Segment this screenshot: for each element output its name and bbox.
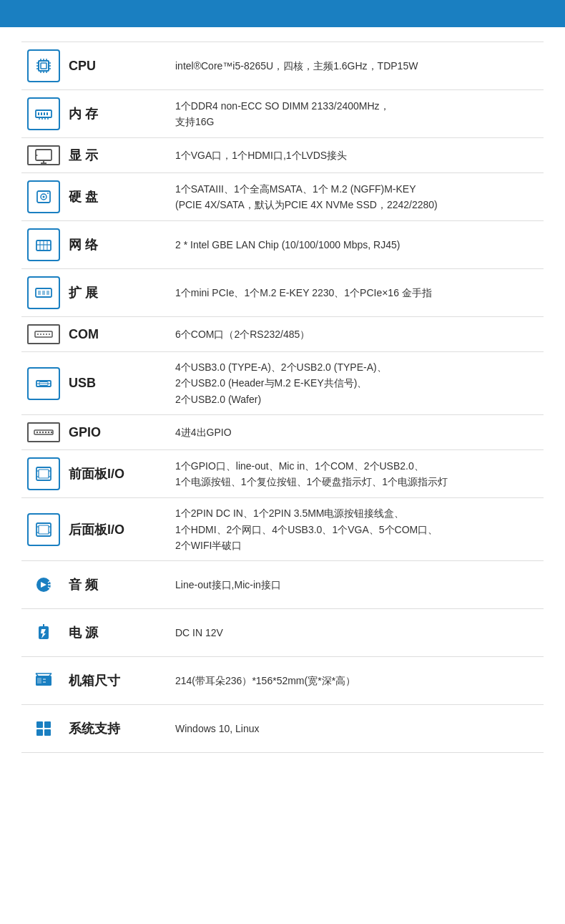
svg-point-41 — [37, 334, 39, 335]
svg-rect-63 — [39, 525, 49, 534]
table-row: 后面板I/O1个2PIN DC IN、1个2PIN 3.5MM电源按钮接线盒、 … — [21, 498, 544, 561]
svg-rect-83 — [36, 721, 43, 728]
icon-label-network: 网 络 — [21, 221, 168, 269]
svg-rect-80 — [37, 678, 41, 684]
icon-label-cpu: CPU — [21, 42, 168, 90]
table-row: 扩 展1个mini PCIe、1个M.2 E-KEY 2230、1个PCIe×1… — [21, 269, 544, 317]
header — [0, 0, 565, 27]
memory-icon — [27, 97, 60, 130]
svg-point-50 — [36, 432, 38, 433]
svg-point-30 — [47, 193, 49, 194]
value-com: 6个COM口（2个RS232/485） — [168, 317, 544, 352]
table-row: 网 络2 * Intel GBE LAN Chip (10/100/1000 M… — [21, 221, 544, 269]
label-usb: USB — [66, 376, 96, 391]
svg-point-45 — [49, 334, 50, 335]
icon-label-rear_panel: 后面板I/O — [21, 498, 168, 561]
svg-point-53 — [45, 432, 46, 433]
value-expand: 1个mini PCIe、1个M.2 E-KEY 2230、1个PCIe×16 金… — [168, 269, 544, 317]
icon-label-memory: 内 存 — [21, 90, 168, 138]
svg-rect-16 — [41, 112, 42, 115]
svg-rect-15 — [38, 112, 39, 115]
value-audio: Line-out接口,Mic-in接口 — [168, 561, 544, 609]
icon-label-display: 显 示 — [21, 138, 168, 173]
value-cpu: intel®Core™i5-8265U，四核，主频1.6GHz，TDP15W — [168, 42, 544, 90]
label-cpu: CPU — [66, 59, 96, 74]
svg-point-26 — [36, 155, 38, 156]
value-usb: 4个USB3.0 (TYPE-A)、2个USB2.0 (TYPE-A)、 2个U… — [168, 352, 544, 415]
table-row: USB4个USB3.0 (TYPE-A)、2个USB2.0 (TYPE-A)、 … — [21, 352, 544, 415]
svg-point-55 — [51, 432, 52, 433]
svg-rect-82 — [43, 681, 46, 683]
svg-rect-86 — [44, 729, 51, 736]
svg-rect-81 — [43, 679, 46, 680]
value-rear_panel: 1个2PIN DC IN、1个2PIN 3.5MM电源按钮接线盒、 1个HDMI… — [168, 498, 544, 561]
svg-rect-85 — [36, 729, 43, 736]
table-row: 硬 盘1个SATAIII、1个全高MSATA、1个 M.2 (NGFF)M-KE… — [21, 173, 544, 221]
icon-label-com: COM — [21, 317, 168, 352]
icon-label-hdd: 硬 盘 — [21, 173, 168, 221]
cpu-icon — [27, 49, 60, 82]
table-row: GPIO4进4出GPIO — [21, 415, 544, 450]
value-power: DC IN 12V — [168, 609, 544, 657]
panel-icon — [27, 457, 60, 490]
svg-point-43 — [43, 334, 44, 335]
gpio-icon — [27, 422, 60, 442]
power-icon — [27, 616, 60, 649]
svg-point-42 — [40, 334, 41, 335]
label-audio: 音 频 — [66, 576, 98, 593]
svg-rect-37 — [38, 291, 41, 295]
table-row: 机箱尺寸214(带耳朵236）*156*52mm(宽*深*高） — [21, 657, 544, 705]
label-expand: 扩 展 — [66, 284, 98, 301]
svg-rect-38 — [42, 291, 45, 295]
icon-label-gpio: GPIO — [21, 415, 168, 450]
windows-icon — [27, 712, 60, 745]
icon-label-os: 系统支持 — [21, 705, 168, 753]
hdd-icon — [27, 180, 60, 213]
table-row: 前面板I/O1个GPIO口、line-out、Mic in、1个COM、2个US… — [21, 450, 544, 498]
svg-point-54 — [48, 432, 49, 433]
value-os: Windows 10, Linux — [168, 705, 544, 753]
chassis-icon — [27, 664, 60, 697]
table-row: 内 存1个DDR4 non-ECC SO DIMM 2133/2400MHz， … — [21, 90, 544, 138]
com-icon — [27, 324, 60, 344]
label-network: 网 络 — [66, 236, 98, 253]
svg-rect-84 — [44, 721, 51, 728]
table-row: 系统支持Windows 10, Linux — [21, 705, 544, 753]
value-memory: 1个DDR4 non-ECC SO DIMM 2133/2400MHz， 支持1… — [168, 90, 544, 138]
value-gpio: 4进4出GPIO — [168, 415, 544, 450]
audio-icon — [27, 568, 60, 601]
label-front_panel: 前面板I/O — [66, 465, 124, 482]
table-row: 显 示1个VGA口，1个HDMI口,1个LVDS接头 — [21, 138, 544, 173]
value-chassis: 214(带耳朵236）*156*52mm(宽*深*高） — [168, 657, 544, 705]
usb-icon — [27, 367, 60, 400]
panel-icon — [27, 513, 60, 546]
display-icon — [27, 145, 60, 165]
specs-table-wrapper: CPUintel®Core™i5-8265U，四核，主频1.6GHz，TDP15… — [0, 27, 565, 767]
value-hdd: 1个SATAIII、1个全高MSATA、1个 M.2 (NGFF)M-KEY (… — [168, 173, 544, 221]
svg-rect-17 — [44, 112, 45, 115]
label-memory: 内 存 — [66, 105, 98, 122]
icon-label-front_panel: 前面板I/O — [21, 450, 168, 498]
icon-label-audio: 音 频 — [21, 561, 168, 609]
expand-icon — [27, 276, 60, 309]
svg-point-51 — [39, 432, 41, 433]
svg-point-52 — [42, 432, 44, 433]
svg-rect-1 — [41, 63, 46, 69]
icon-label-usb: USB — [21, 352, 168, 415]
icon-label-chassis: 机箱尺寸 — [21, 657, 168, 705]
icon-label-power: 电 源 — [21, 609, 168, 657]
svg-point-44 — [46, 334, 47, 335]
value-network: 2 * Intel GBE LAN Chip (10/100/1000 Mbps… — [168, 221, 544, 269]
svg-rect-18 — [46, 112, 48, 115]
label-os: 系统支持 — [66, 720, 120, 737]
specs-table: CPUintel®Core™i5-8265U，四核，主频1.6GHz，TDP15… — [21, 42, 544, 753]
svg-rect-39 — [46, 291, 49, 295]
network-icon — [27, 228, 60, 261]
table-row: COM6个COM口（2个RS232/485） — [21, 317, 544, 352]
label-display: 显 示 — [66, 147, 98, 164]
table-row: CPUintel®Core™i5-8265U，四核，主频1.6GHz，TDP15… — [21, 42, 544, 90]
svg-rect-57 — [39, 470, 49, 478]
label-gpio: GPIO — [66, 425, 101, 440]
svg-rect-23 — [36, 150, 51, 160]
label-hdd: 硬 盘 — [66, 188, 98, 205]
